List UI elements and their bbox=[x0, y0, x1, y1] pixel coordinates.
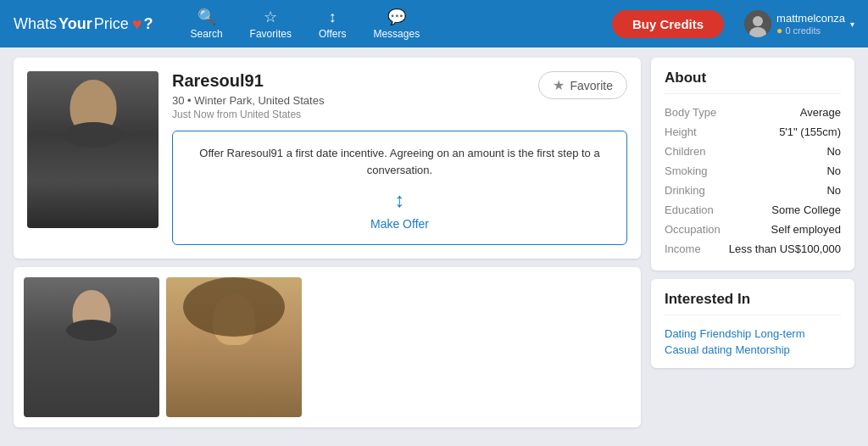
info-value: No bbox=[826, 184, 841, 197]
info-label: Smoking bbox=[665, 164, 708, 177]
user-details: mattmelconza ● 0 credits bbox=[776, 12, 845, 36]
left-column: Raresoul91 30 • Winter Park, United Stat… bbox=[14, 58, 641, 427]
info-value: Self employed bbox=[771, 223, 841, 236]
interested-card: Interested In DatingFriendshipLong-termC… bbox=[651, 279, 854, 368]
offer-box: Offer Raresoul91 a first date incentive.… bbox=[172, 131, 627, 245]
about-rows: Body TypeAverageHeight5'1" (155cm)Childr… bbox=[665, 103, 841, 259]
heart-icon: ♥ bbox=[132, 14, 142, 34]
favorite-label: Favorite bbox=[570, 79, 613, 92]
about-row: Body TypeAverage bbox=[665, 103, 841, 122]
main-nav: 🔍 Search ☆ Favorites ↕ Offers 💬 Messages bbox=[181, 4, 431, 43]
nav-messages-label: Messages bbox=[373, 28, 420, 40]
interest-tag: Dating bbox=[665, 327, 697, 340]
interest-tag: Mentorship bbox=[736, 343, 790, 356]
main-content: Raresoul91 30 • Winter Park, United Stat… bbox=[0, 47, 868, 438]
question-icon: ? bbox=[144, 15, 153, 33]
avatar bbox=[744, 10, 771, 37]
info-value: Average bbox=[800, 106, 841, 119]
logo-your: Your bbox=[58, 15, 92, 33]
messages-icon: 💬 bbox=[387, 8, 406, 26]
interested-title: Interested In bbox=[665, 291, 841, 315]
offer-text: Offer Raresoul91 a first date incentive.… bbox=[186, 145, 613, 178]
about-card: About Body TypeAverageHeight5'1" (155cm)… bbox=[651, 58, 854, 270]
info-label: Body Type bbox=[665, 106, 716, 119]
interested-tags: DatingFriendshipLong-termCasual datingMe… bbox=[665, 324, 841, 356]
info-label: Height bbox=[665, 125, 697, 138]
profile-status: Just Now from United States bbox=[172, 109, 538, 120]
nav-messages[interactable]: 💬 Messages bbox=[363, 4, 430, 43]
svg-point-1 bbox=[753, 16, 763, 26]
nav-search[interactable]: 🔍 Search bbox=[181, 4, 233, 43]
profile-age: 30 bbox=[172, 94, 184, 107]
favorites-icon: ☆ bbox=[264, 8, 277, 26]
user-credits: ● 0 credits bbox=[776, 25, 845, 36]
photo-thumb-2[interactable] bbox=[166, 277, 302, 417]
profile-image bbox=[27, 71, 159, 228]
about-title: About bbox=[665, 70, 841, 94]
buy-credits-button[interactable]: Buy Credits bbox=[612, 10, 724, 38]
info-label: Children bbox=[665, 145, 705, 158]
interest-tag: Long-term bbox=[754, 327, 804, 340]
offer-transfer-icon: ↕ bbox=[186, 188, 613, 212]
about-row: SmokingNo bbox=[665, 161, 841, 181]
user-menu[interactable]: mattmelconza ● 0 credits ▾ bbox=[744, 10, 854, 37]
interest-tag: Casual dating bbox=[665, 343, 732, 356]
about-row: EducationSome College bbox=[665, 200, 841, 220]
photos-card bbox=[14, 267, 641, 427]
profile-top-row: Raresoul91 30 • Winter Park, United Stat… bbox=[172, 71, 627, 131]
about-row: OccupationSelf employed bbox=[665, 220, 841, 239]
profile-location: Winter Park, United States bbox=[194, 94, 324, 107]
profile-name-block: Raresoul91 30 • Winter Park, United Stat… bbox=[172, 71, 538, 131]
nav-offers[interactable]: ↕ Offers bbox=[309, 5, 356, 43]
info-label: Education bbox=[665, 203, 714, 216]
nav-offers-label: Offers bbox=[319, 28, 346, 40]
info-value: No bbox=[826, 145, 841, 158]
info-label: Income bbox=[665, 243, 701, 255]
info-value: Some College bbox=[771, 203, 841, 216]
info-value: Less than US$100,000 bbox=[729, 243, 841, 255]
right-column: About Body TypeAverageHeight5'1" (155cm)… bbox=[651, 58, 854, 427]
info-label: Occupation bbox=[665, 223, 721, 236]
logo-whats: Whats bbox=[14, 15, 57, 33]
offers-icon: ↕ bbox=[329, 8, 337, 26]
about-row: IncomeLess than US$100,000 bbox=[665, 239, 841, 259]
credits-amount: 0 credits bbox=[785, 25, 821, 36]
info-value: 5'1" (155cm) bbox=[779, 125, 841, 138]
logo: WhatsYourPrice♥? bbox=[14, 14, 153, 34]
coin-icon: ● bbox=[776, 25, 782, 36]
profile-photo bbox=[27, 71, 159, 228]
profile-card: Raresoul91 30 • Winter Park, United Stat… bbox=[14, 58, 641, 259]
info-value: No bbox=[826, 164, 841, 177]
profile-name: Raresoul91 bbox=[172, 71, 538, 91]
about-row: DrinkingNo bbox=[665, 181, 841, 200]
about-row: ChildrenNo bbox=[665, 142, 841, 161]
interest-tag: Friendship bbox=[700, 327, 752, 340]
make-offer-link[interactable]: Make Offer bbox=[370, 217, 429, 231]
nav-favorites[interactable]: ☆ Favorites bbox=[240, 4, 302, 43]
chevron-down-icon: ▾ bbox=[850, 20, 854, 29]
star-icon: ★ bbox=[553, 77, 565, 93]
profile-info: Raresoul91 30 • Winter Park, United Stat… bbox=[172, 71, 627, 245]
photo-thumb-1[interactable] bbox=[24, 277, 159, 417]
logo-price: Price bbox=[94, 15, 129, 33]
favorite-button[interactable]: ★ Favorite bbox=[538, 71, 627, 99]
search-icon: 🔍 bbox=[198, 8, 216, 26]
nav-favorites-label: Favorites bbox=[250, 28, 292, 40]
header: WhatsYourPrice♥? 🔍 Search ☆ Favorites ↕ … bbox=[0, 0, 868, 47]
nav-search-label: Search bbox=[191, 28, 223, 40]
user-name: mattmelconza bbox=[776, 12, 845, 25]
about-row: Height5'1" (155cm) bbox=[665, 122, 841, 142]
info-label: Drinking bbox=[665, 184, 705, 197]
profile-meta: 30 • Winter Park, United States bbox=[172, 94, 538, 107]
